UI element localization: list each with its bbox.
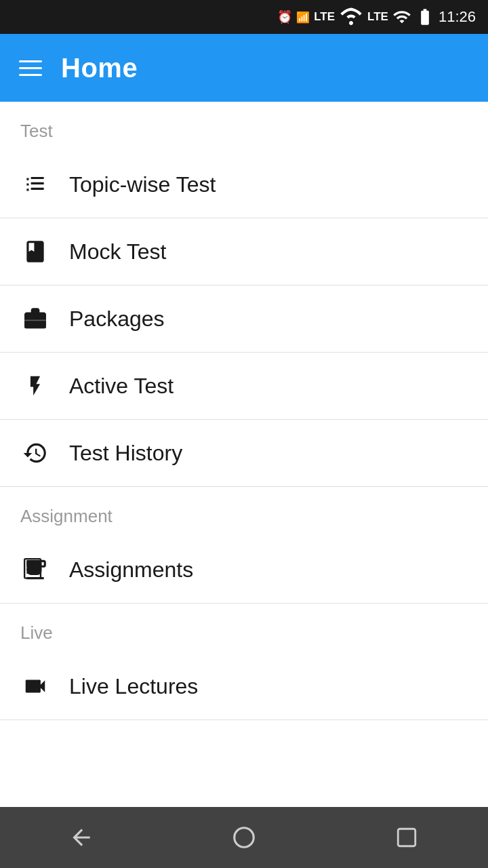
topic-wise-test-label: Topic-wise Test	[69, 172, 216, 197]
bottom-nav	[0, 807, 488, 868]
battery-icon	[415, 7, 434, 26]
packages-label: Packages	[69, 307, 165, 332]
svg-point-8	[235, 828, 254, 848]
recents-button[interactable]	[380, 817, 434, 858]
menu-content: Test Topic-wise Test Mock Test Pack	[0, 102, 488, 868]
page-title: Home	[61, 53, 138, 83]
menu-item-live-lectures[interactable]: Live Lectures	[0, 653, 488, 720]
live-lectures-label: Live Lectures	[69, 674, 198, 699]
recents-square-icon	[395, 826, 418, 849]
back-triangle-icon	[68, 825, 94, 850]
wifi-icon	[339, 5, 363, 29]
menu-item-topic-wise-test[interactable]: Topic-wise Test	[0, 151, 488, 218]
svg-rect-0	[24, 313, 46, 328]
lightning-icon	[20, 373, 50, 399]
active-test-label: Active Test	[69, 374, 174, 399]
book-icon	[20, 239, 50, 264]
list-icon	[20, 172, 50, 197]
signal-icon	[392, 7, 411, 26]
section-header-test: Test	[0, 102, 488, 151]
app-bar: Home	[0, 34, 488, 102]
status-icons: ⏰ 📶 LTE LTE 11:26	[277, 5, 476, 29]
history-icon	[20, 440, 50, 466]
menu-item-test-history[interactable]: Test History	[0, 420, 488, 487]
phone-lte-icon: 📶	[296, 11, 310, 24]
menu-item-mock-test[interactable]: Mock Test	[0, 218, 488, 285]
newspaper-icon	[20, 557, 50, 583]
svg-rect-1	[32, 309, 39, 315]
home-button[interactable]	[217, 817, 271, 858]
svg-rect-9	[398, 829, 415, 846]
menu-item-active-test[interactable]: Active Test	[0, 353, 488, 420]
section-header-live: Live	[0, 604, 488, 653]
section-header-assignment: Assignment	[0, 487, 488, 536]
back-button[interactable]	[54, 817, 108, 858]
status-bar: ⏰ 📶 LTE LTE 11:26	[0, 0, 488, 34]
video-icon	[20, 673, 50, 699]
lte-label: LTE	[314, 10, 335, 24]
briefcase-icon	[20, 306, 50, 332]
lte2-label: LTE	[367, 10, 388, 24]
svg-rect-3	[26, 561, 32, 566]
alarm-icon: ⏰	[277, 9, 292, 24]
menu-item-packages[interactable]: Packages	[0, 285, 488, 353]
clock: 11:26	[439, 8, 476, 26]
hamburger-menu-button[interactable]	[19, 60, 42, 76]
home-circle-icon	[231, 825, 257, 850]
menu-item-assignments[interactable]: Assignments	[0, 536, 488, 604]
assignments-label: Assignments	[69, 557, 193, 583]
test-history-label: Test History	[69, 441, 182, 466]
mock-test-label: Mock Test	[69, 239, 166, 264]
